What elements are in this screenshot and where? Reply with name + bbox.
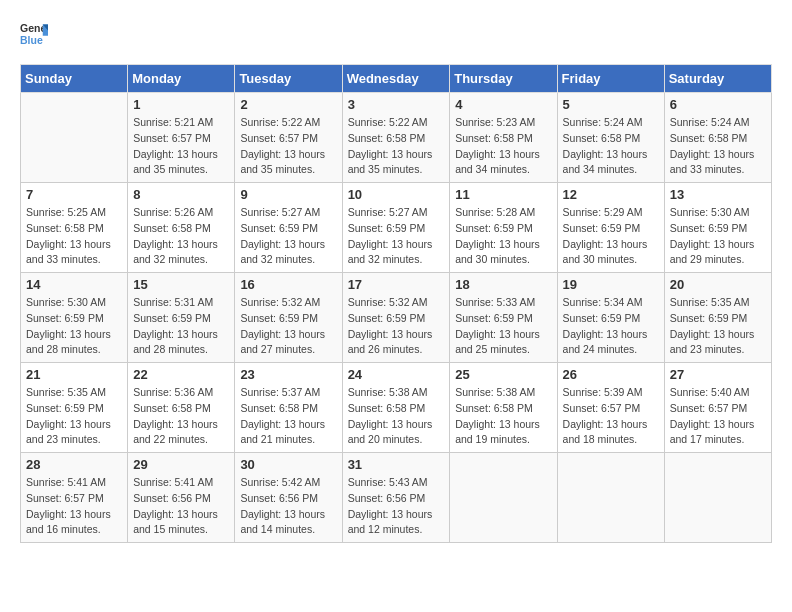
calendar-table: SundayMondayTuesdayWednesdayThursdayFrid… (20, 64, 772, 543)
day-info: Sunrise: 5:27 AM Sunset: 6:59 PM Dayligh… (348, 205, 445, 268)
day-info: Sunrise: 5:26 AM Sunset: 6:58 PM Dayligh… (133, 205, 229, 268)
day-number: 17 (348, 277, 445, 292)
weekday-header-sunday: Sunday (21, 65, 128, 93)
weekday-header-saturday: Saturday (664, 65, 771, 93)
day-number: 26 (563, 367, 659, 382)
day-info: Sunrise: 5:24 AM Sunset: 6:58 PM Dayligh… (563, 115, 659, 178)
day-number: 2 (240, 97, 336, 112)
calendar-cell: 30Sunrise: 5:42 AM Sunset: 6:56 PM Dayli… (235, 453, 342, 543)
calendar-cell: 26Sunrise: 5:39 AM Sunset: 6:57 PM Dayli… (557, 363, 664, 453)
day-info: Sunrise: 5:25 AM Sunset: 6:58 PM Dayligh… (26, 205, 122, 268)
day-number: 1 (133, 97, 229, 112)
calendar-cell: 14Sunrise: 5:30 AM Sunset: 6:59 PM Dayli… (21, 273, 128, 363)
day-info: Sunrise: 5:41 AM Sunset: 6:56 PM Dayligh… (133, 475, 229, 538)
calendar-cell: 11Sunrise: 5:28 AM Sunset: 6:59 PM Dayli… (450, 183, 557, 273)
calendar-cell: 21Sunrise: 5:35 AM Sunset: 6:59 PM Dayli… (21, 363, 128, 453)
day-info: Sunrise: 5:43 AM Sunset: 6:56 PM Dayligh… (348, 475, 445, 538)
day-number: 24 (348, 367, 445, 382)
day-info: Sunrise: 5:39 AM Sunset: 6:57 PM Dayligh… (563, 385, 659, 448)
week-row-1: 1Sunrise: 5:21 AM Sunset: 6:57 PM Daylig… (21, 93, 772, 183)
weekday-header-thursday: Thursday (450, 65, 557, 93)
day-number: 20 (670, 277, 766, 292)
day-number: 23 (240, 367, 336, 382)
week-row-5: 28Sunrise: 5:41 AM Sunset: 6:57 PM Dayli… (21, 453, 772, 543)
day-info: Sunrise: 5:42 AM Sunset: 6:56 PM Dayligh… (240, 475, 336, 538)
day-number: 28 (26, 457, 122, 472)
day-info: Sunrise: 5:35 AM Sunset: 6:59 PM Dayligh… (26, 385, 122, 448)
day-number: 5 (563, 97, 659, 112)
calendar-cell: 1Sunrise: 5:21 AM Sunset: 6:57 PM Daylig… (128, 93, 235, 183)
week-row-4: 21Sunrise: 5:35 AM Sunset: 6:59 PM Dayli… (21, 363, 772, 453)
day-info: Sunrise: 5:29 AM Sunset: 6:59 PM Dayligh… (563, 205, 659, 268)
day-info: Sunrise: 5:33 AM Sunset: 6:59 PM Dayligh… (455, 295, 551, 358)
calendar-cell: 10Sunrise: 5:27 AM Sunset: 6:59 PM Dayli… (342, 183, 450, 273)
weekday-header-row: SundayMondayTuesdayWednesdayThursdayFrid… (21, 65, 772, 93)
day-info: Sunrise: 5:23 AM Sunset: 6:58 PM Dayligh… (455, 115, 551, 178)
day-info: Sunrise: 5:32 AM Sunset: 6:59 PM Dayligh… (348, 295, 445, 358)
calendar-cell: 25Sunrise: 5:38 AM Sunset: 6:58 PM Dayli… (450, 363, 557, 453)
calendar-cell: 16Sunrise: 5:32 AM Sunset: 6:59 PM Dayli… (235, 273, 342, 363)
calendar-cell: 15Sunrise: 5:31 AM Sunset: 6:59 PM Dayli… (128, 273, 235, 363)
day-number: 19 (563, 277, 659, 292)
page-header: General Blue (20, 20, 772, 48)
calendar-cell: 8Sunrise: 5:26 AM Sunset: 6:58 PM Daylig… (128, 183, 235, 273)
day-info: Sunrise: 5:27 AM Sunset: 6:59 PM Dayligh… (240, 205, 336, 268)
day-number: 18 (455, 277, 551, 292)
day-info: Sunrise: 5:30 AM Sunset: 6:59 PM Dayligh… (26, 295, 122, 358)
day-number: 10 (348, 187, 445, 202)
day-info: Sunrise: 5:30 AM Sunset: 6:59 PM Dayligh… (670, 205, 766, 268)
week-row-2: 7Sunrise: 5:25 AM Sunset: 6:58 PM Daylig… (21, 183, 772, 273)
calendar-cell: 13Sunrise: 5:30 AM Sunset: 6:59 PM Dayli… (664, 183, 771, 273)
day-info: Sunrise: 5:38 AM Sunset: 6:58 PM Dayligh… (455, 385, 551, 448)
day-info: Sunrise: 5:35 AM Sunset: 6:59 PM Dayligh… (670, 295, 766, 358)
day-info: Sunrise: 5:36 AM Sunset: 6:58 PM Dayligh… (133, 385, 229, 448)
calendar-cell: 12Sunrise: 5:29 AM Sunset: 6:59 PM Dayli… (557, 183, 664, 273)
calendar-cell: 17Sunrise: 5:32 AM Sunset: 6:59 PM Dayli… (342, 273, 450, 363)
day-info: Sunrise: 5:41 AM Sunset: 6:57 PM Dayligh… (26, 475, 122, 538)
calendar-cell: 31Sunrise: 5:43 AM Sunset: 6:56 PM Dayli… (342, 453, 450, 543)
calendar-cell: 29Sunrise: 5:41 AM Sunset: 6:56 PM Dayli… (128, 453, 235, 543)
calendar-cell: 23Sunrise: 5:37 AM Sunset: 6:58 PM Dayli… (235, 363, 342, 453)
day-number: 13 (670, 187, 766, 202)
calendar-cell: 2Sunrise: 5:22 AM Sunset: 6:57 PM Daylig… (235, 93, 342, 183)
day-number: 29 (133, 457, 229, 472)
logo: General Blue (20, 20, 52, 48)
weekday-header-wednesday: Wednesday (342, 65, 450, 93)
day-info: Sunrise: 5:28 AM Sunset: 6:59 PM Dayligh… (455, 205, 551, 268)
day-number: 31 (348, 457, 445, 472)
day-info: Sunrise: 5:21 AM Sunset: 6:57 PM Dayligh… (133, 115, 229, 178)
day-number: 15 (133, 277, 229, 292)
calendar-cell: 6Sunrise: 5:24 AM Sunset: 6:58 PM Daylig… (664, 93, 771, 183)
calendar-cell (557, 453, 664, 543)
day-number: 16 (240, 277, 336, 292)
day-number: 25 (455, 367, 551, 382)
day-info: Sunrise: 5:22 AM Sunset: 6:57 PM Dayligh… (240, 115, 336, 178)
calendar-cell: 5Sunrise: 5:24 AM Sunset: 6:58 PM Daylig… (557, 93, 664, 183)
day-number: 14 (26, 277, 122, 292)
day-number: 30 (240, 457, 336, 472)
calendar-cell: 4Sunrise: 5:23 AM Sunset: 6:58 PM Daylig… (450, 93, 557, 183)
calendar-cell: 24Sunrise: 5:38 AM Sunset: 6:58 PM Dayli… (342, 363, 450, 453)
day-number: 9 (240, 187, 336, 202)
day-info: Sunrise: 5:31 AM Sunset: 6:59 PM Dayligh… (133, 295, 229, 358)
day-number: 22 (133, 367, 229, 382)
day-number: 21 (26, 367, 122, 382)
calendar-cell (450, 453, 557, 543)
calendar-cell: 20Sunrise: 5:35 AM Sunset: 6:59 PM Dayli… (664, 273, 771, 363)
day-number: 7 (26, 187, 122, 202)
day-info: Sunrise: 5:22 AM Sunset: 6:58 PM Dayligh… (348, 115, 445, 178)
calendar-cell: 7Sunrise: 5:25 AM Sunset: 6:58 PM Daylig… (21, 183, 128, 273)
calendar-cell: 3Sunrise: 5:22 AM Sunset: 6:58 PM Daylig… (342, 93, 450, 183)
svg-text:Blue: Blue (20, 34, 43, 46)
day-number: 8 (133, 187, 229, 202)
calendar-cell (21, 93, 128, 183)
calendar-cell: 27Sunrise: 5:40 AM Sunset: 6:57 PM Dayli… (664, 363, 771, 453)
calendar-cell: 19Sunrise: 5:34 AM Sunset: 6:59 PM Dayli… (557, 273, 664, 363)
day-number: 12 (563, 187, 659, 202)
day-info: Sunrise: 5:40 AM Sunset: 6:57 PM Dayligh… (670, 385, 766, 448)
day-info: Sunrise: 5:34 AM Sunset: 6:59 PM Dayligh… (563, 295, 659, 358)
weekday-header-monday: Monday (128, 65, 235, 93)
day-number: 6 (670, 97, 766, 112)
day-number: 4 (455, 97, 551, 112)
calendar-cell: 22Sunrise: 5:36 AM Sunset: 6:58 PM Dayli… (128, 363, 235, 453)
